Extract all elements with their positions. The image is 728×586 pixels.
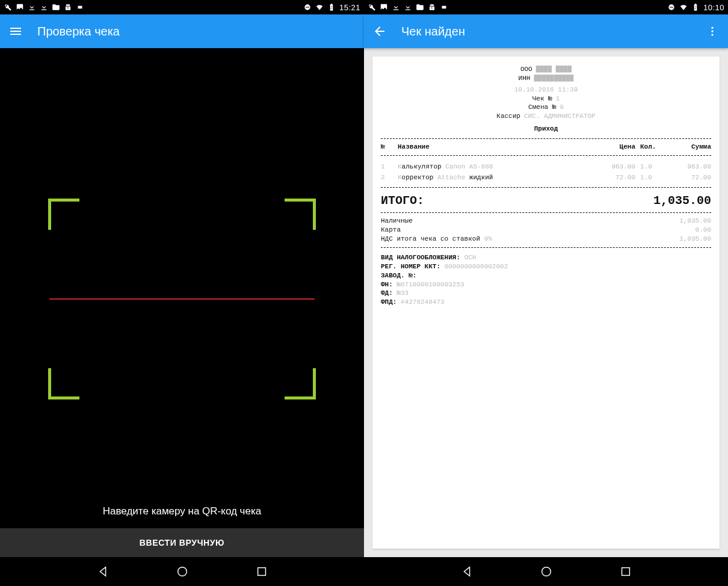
svg-point-12 — [711, 34, 713, 35]
svg-point-1 — [81, 7, 81, 7]
statusbar: 15:21 — [0, 0, 364, 14]
app-title: Проверка чека — [37, 25, 356, 39]
cashier-label: Кассир — [496, 112, 520, 121]
footer-line: ВИД НАЛОГООБЛОЖЕНИЯ: ОСН — [381, 253, 711, 262]
appbar: Чек найден — [364, 14, 728, 48]
payment-value: 1,035.00 — [679, 235, 711, 244]
svg-point-4 — [177, 567, 187, 576]
footer-line: РЕГ. НОМЕР ККТ: 0000000006002082 — [381, 262, 711, 271]
payment-value: 1,035.00 — [679, 217, 711, 226]
payment-value: 0.00 — [696, 226, 711, 235]
navbar — [364, 557, 728, 586]
item-qty: 1.0 — [640, 162, 664, 171]
manual-entry-button[interactable]: ВВЕСТИ ВРУЧНУЮ — [0, 528, 364, 557]
nav-home-button[interactable] — [176, 565, 189, 578]
divider-icon — [381, 187, 711, 188]
frame-corner — [48, 199, 79, 230]
org-value-redacted: ████ ████ — [536, 65, 572, 74]
battery-charging-icon — [327, 3, 336, 11]
nav-recent-button[interactable] — [255, 565, 268, 578]
item-sum: 72.00 — [669, 173, 711, 182]
divider-icon — [381, 247, 711, 248]
check-no: 1 — [556, 94, 560, 103]
item-row: 1Калькулятор Canon AS-888963.001.0963.00 — [381, 162, 711, 171]
nav-back-button[interactable] — [96, 565, 110, 578]
total-label: ИТОГО: — [381, 193, 424, 209]
frame-corner — [285, 199, 316, 230]
statusbar: 10:10 — [364, 0, 728, 14]
footer-line: ФПД: #4278248473 — [381, 298, 711, 307]
total-value: 1,035.00 — [653, 193, 711, 209]
footer-value: №33 — [396, 289, 409, 297]
org-label: ООО — [520, 65, 532, 74]
footer-value: 0000000006002082 — [445, 263, 508, 270]
dnd-icon — [303, 3, 312, 11]
inn-label: ИНН — [519, 74, 531, 83]
item-num: 2 — [381, 173, 393, 182]
dnd-icon — [667, 3, 676, 11]
scan-line — [49, 298, 315, 300]
payment-label: НДС итога чека со ставкой 0% — [381, 235, 492, 244]
battery-charging-icon — [691, 3, 700, 11]
svg-rect-14 — [622, 568, 629, 576]
footer-label: ФД: — [381, 289, 393, 297]
item-num: 1 — [381, 162, 393, 171]
download-icon — [404, 3, 412, 11]
svg-point-10 — [711, 27, 713, 29]
col-sum: Сумма — [669, 143, 711, 152]
app-title: Чек найден — [401, 25, 691, 39]
scanner-body: Наведите камеру на QR-код чека ВВЕСТИ ВР… — [0, 48, 364, 557]
wrench-icon — [4, 3, 12, 11]
receipt-datetime: 10.10.2016 11:39 — [381, 85, 711, 94]
item-row: 2Корректор Attache жидкий72.001.072.00 — [381, 173, 711, 182]
footer-label: РЕГ. НОМЕР ККТ: — [381, 263, 440, 270]
shift-label: Смена № — [528, 103, 556, 112]
footer-value: №8710000100003253 — [396, 281, 464, 288]
payment-label: Карта — [381, 226, 401, 235]
receipt-body: ООО████ ████ ИНН██████████ 10.10.2016 11… — [364, 48, 728, 557]
footer-label: ФПД: — [381, 298, 396, 306]
wifi-icon — [679, 3, 688, 11]
svg-point-13 — [541, 567, 551, 576]
item-sum: 963.00 — [669, 162, 711, 171]
android-icon — [76, 3, 84, 11]
folder-icon — [416, 3, 424, 11]
nav-recent-button[interactable] — [619, 565, 632, 578]
check-no-label: Чек № — [532, 94, 552, 103]
footer-label: ФН: — [381, 281, 393, 288]
android-icon — [440, 3, 448, 11]
footer-line: ЗАВОД. №: — [381, 271, 711, 280]
col-num: № — [381, 143, 393, 152]
camera-viewfinder[interactable] — [0, 48, 364, 496]
inn-value-redacted: ██████████ — [534, 74, 573, 83]
nav-home-button[interactable] — [540, 565, 553, 578]
svg-rect-3 — [306, 7, 309, 7]
menu-icon[interactable] — [8, 24, 23, 39]
back-icon[interactable] — [372, 24, 387, 39]
navbar — [0, 557, 364, 586]
overflow-menu-icon[interactable] — [705, 24, 720, 39]
footer-line: ФН: №8710000100003253 — [381, 280, 711, 289]
svg-point-11 — [711, 30, 713, 32]
receipt-card[interactable]: ООО████ ████ ИНН██████████ 10.10.2016 11… — [372, 57, 720, 549]
divider-icon — [381, 155, 711, 156]
items-header: № Название Цена Кол. Сумма — [381, 143, 711, 152]
svg-point-7 — [445, 7, 445, 7]
items-list: 1Калькулятор Canon AS-888963.001.0963.00… — [381, 161, 711, 184]
wrench-icon — [368, 3, 376, 11]
frame-corner — [285, 368, 316, 399]
nav-back-button[interactable] — [460, 565, 474, 578]
status-time: 10:10 — [703, 3, 724, 12]
download-icon — [40, 3, 48, 11]
download-icon — [392, 3, 400, 11]
item-price: 72.00 — [593, 173, 635, 182]
col-name: Название — [398, 143, 588, 152]
divider-icon — [381, 138, 711, 139]
scan-hint: Наведите камеру на QR-код чека — [0, 496, 364, 528]
svg-rect-5 — [258, 568, 265, 576]
col-price: Цена — [593, 143, 635, 152]
shop-icon — [64, 3, 72, 11]
item-name: Калькулятор Canon AS-888 — [398, 162, 588, 171]
footer-line: ФД: №33 — [381, 289, 711, 298]
svg-point-0 — [79, 7, 79, 7]
